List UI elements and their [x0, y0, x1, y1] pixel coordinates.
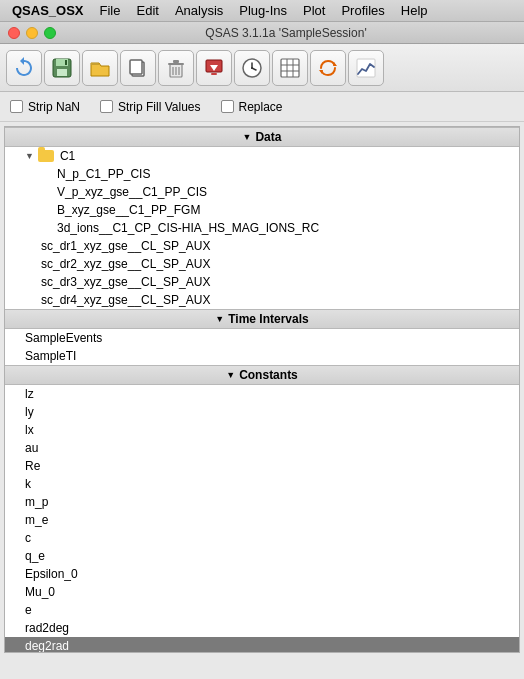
- svg-rect-5: [130, 60, 142, 74]
- data-section-header[interactable]: ▼ Data: [5, 127, 519, 147]
- const-c-label: c: [25, 531, 31, 545]
- minimize-button[interactable]: [26, 27, 38, 39]
- menu-plot[interactable]: Plot: [295, 3, 333, 18]
- c1-expand-icon: ▼: [25, 151, 34, 161]
- const-e-label: e: [25, 603, 32, 617]
- svg-rect-8: [173, 60, 179, 63]
- trash-icon: [165, 57, 187, 79]
- const-deg2rad-label: deg2rad: [25, 639, 69, 653]
- time-intervals-section-header[interactable]: ▼ Time Intervals: [5, 309, 519, 329]
- c1-child-5-label: sc_dr2_xyz_gse__CL_SP_AUX: [41, 257, 210, 271]
- copy-icon: [127, 57, 149, 79]
- c1-child-7[interactable]: sc_dr4_xyz_gse__CL_SP_AUX: [5, 291, 519, 309]
- strip-nan-group: Strip NaN: [10, 100, 80, 114]
- copy-button[interactable]: [120, 50, 156, 86]
- const-me[interactable]: m_e: [5, 511, 519, 529]
- c1-child-4-label: sc_dr1_xyz_gse__CL_SP_AUX: [41, 239, 210, 253]
- const-lx-label: lx: [25, 423, 34, 437]
- clock-button[interactable]: [234, 50, 270, 86]
- menu-edit[interactable]: Edit: [128, 3, 166, 18]
- options-bar: Strip NaN Strip Fill Values Replace: [0, 92, 524, 122]
- const-qe[interactable]: q_e: [5, 547, 519, 565]
- title-bar: QSAS 3.1.1a 'SampleSession': [0, 22, 524, 44]
- const-lz[interactable]: lz: [5, 385, 519, 403]
- const-mp-label: m_p: [25, 495, 48, 509]
- c1-child-3-label: 3d_ions__C1_CP_CIS-HIA_HS_MAG_IONS_RC: [57, 221, 319, 235]
- delete-button[interactable]: [158, 50, 194, 86]
- import-button[interactable]: [196, 50, 232, 86]
- c1-child-0[interactable]: N_p_C1_PP_CIS: [5, 165, 519, 183]
- clock-icon: [241, 57, 263, 79]
- loop-button[interactable]: [310, 50, 346, 86]
- maximize-button[interactable]: [44, 27, 56, 39]
- menu-analysis[interactable]: Analysis: [167, 3, 231, 18]
- const-me-label: m_e: [25, 513, 48, 527]
- refresh-button[interactable]: [6, 50, 42, 86]
- const-au[interactable]: au: [5, 439, 519, 457]
- ti-item-1[interactable]: SampleTI: [5, 347, 519, 365]
- const-deg2rad[interactable]: deg2rad: [5, 637, 519, 653]
- c1-child-5[interactable]: sc_dr2_xyz_gse__CL_SP_AUX: [5, 255, 519, 273]
- toolbar: [0, 44, 524, 92]
- replace-label: Replace: [239, 100, 283, 114]
- c1-child-6-label: sc_dr3_xyz_gse__CL_SP_AUX: [41, 275, 210, 289]
- folder-icon: [38, 150, 54, 162]
- constants-section-header[interactable]: ▼ Constants: [5, 365, 519, 385]
- const-rad2deg-label: rad2deg: [25, 621, 69, 635]
- c1-child-4[interactable]: sc_dr1_xyz_gse__CL_SP_AUX: [5, 237, 519, 255]
- svg-rect-7: [168, 63, 184, 65]
- save-button[interactable]: [44, 50, 80, 86]
- close-button[interactable]: [8, 27, 20, 39]
- traffic-lights: [8, 27, 56, 39]
- c1-child-1[interactable]: V_p_xyz_gse__C1_PP_CIS: [5, 183, 519, 201]
- const-qe-label: q_e: [25, 549, 45, 563]
- c1-label: C1: [60, 149, 75, 163]
- const-epsilon[interactable]: Epsilon_0: [5, 565, 519, 583]
- ti-item-0-label: SampleEvents: [25, 331, 102, 345]
- strip-fill-checkbox[interactable]: [100, 100, 113, 113]
- const-mu0[interactable]: Mu_0: [5, 583, 519, 601]
- save-icon: [51, 57, 73, 79]
- const-c[interactable]: c: [5, 529, 519, 547]
- const-e[interactable]: e: [5, 601, 519, 619]
- replace-checkbox[interactable]: [221, 100, 234, 113]
- open-button[interactable]: [82, 50, 118, 86]
- svg-rect-26: [357, 59, 375, 77]
- const-epsilon-label: Epsilon_0: [25, 567, 78, 581]
- chart-button[interactable]: [348, 50, 384, 86]
- const-au-label: au: [25, 441, 38, 455]
- refresh-icon: [12, 56, 36, 80]
- c1-child-3[interactable]: 3d_ions__C1_CP_CIS-HIA_HS_MAG_IONS_RC: [5, 219, 519, 237]
- ti-item-0[interactable]: SampleEvents: [5, 329, 519, 347]
- c1-child-1-label: V_p_xyz_gse__C1_PP_CIS: [57, 185, 207, 199]
- c1-child-2[interactable]: B_xyz_gse__C1_PP_FGM: [5, 201, 519, 219]
- svg-rect-3: [65, 60, 67, 65]
- c1-child-0-label: N_p_C1_PP_CIS: [57, 167, 150, 181]
- ti-section-label: Time Intervals: [228, 312, 308, 326]
- data-panel: ▼ Data ▼ C1 N_p_C1_PP_CIS V_p_xyz_gse__C…: [4, 126, 520, 653]
- const-lx[interactable]: lx: [5, 421, 519, 439]
- const-lz-label: lz: [25, 387, 34, 401]
- const-re[interactable]: Re: [5, 457, 519, 475]
- svg-rect-2: [57, 69, 67, 76]
- strip-fill-label: Strip Fill Values: [118, 100, 200, 114]
- const-mu0-label: Mu_0: [25, 585, 55, 599]
- menu-plugins[interactable]: Plug-Ins: [231, 3, 295, 18]
- menu-profiles[interactable]: Profiles: [333, 3, 392, 18]
- const-re-label: Re: [25, 459, 40, 473]
- const-mp[interactable]: m_p: [5, 493, 519, 511]
- const-ly[interactable]: ly: [5, 403, 519, 421]
- const-ly-label: ly: [25, 405, 34, 419]
- ti-item-1-label: SampleTI: [25, 349, 76, 363]
- const-k[interactable]: k: [5, 475, 519, 493]
- const-rad2deg[interactable]: rad2deg: [5, 619, 519, 637]
- c1-child-2-label: B_xyz_gse__C1_PP_FGM: [57, 203, 200, 217]
- menu-file[interactable]: File: [92, 3, 129, 18]
- strip-nan-checkbox[interactable]: [10, 100, 23, 113]
- const-section-toggle: ▼: [226, 370, 235, 380]
- c1-child-6[interactable]: sc_dr3_xyz_gse__CL_SP_AUX: [5, 273, 519, 291]
- c1-folder[interactable]: ▼ C1: [5, 147, 519, 165]
- svg-rect-14: [211, 73, 217, 75]
- table-button[interactable]: [272, 50, 308, 86]
- menu-help[interactable]: Help: [393, 3, 436, 18]
